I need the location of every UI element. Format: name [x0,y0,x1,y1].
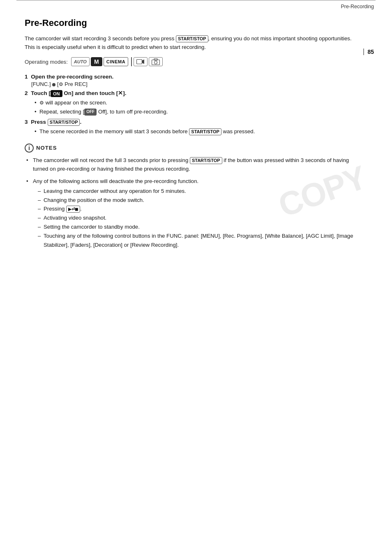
step-3-num: 3 [25,119,28,125]
mode-icon-video [134,57,148,66]
step-1-num: 1 [25,74,28,80]
step-2-bullet-1: ⚙ will appear on the screen. [35,98,356,107]
notes-list: The camcorder will not record the full 3… [26,156,356,250]
mode-auto: AUTO [71,57,90,66]
off-badge: OFF [84,109,97,116]
dash-item-3: Pressing ▶⏎◼. [38,204,356,213]
step-3-bullets: The scene recorded in the memory will st… [35,127,356,136]
step-1: 1 Open the pre-recording screen. [FUNC.]… [25,74,356,87]
notes-item-2: Any of the following actions will deacti… [26,177,356,249]
operating-modes-label: Operating modes: [25,59,68,65]
step-1-title: 1 Open the pre-recording screen. [25,74,356,80]
step-3: 3 Press START/STOP. The scene recorded i… [25,119,356,136]
steps-container: 1 Open the pre-recording screen. [FUNC.]… [25,74,356,136]
step-2-title: 2 Touch [ON On] and then touch [✕]. [25,90,356,97]
start-stop-badge-step3b: START/STOP [189,128,221,135]
svg-rect-0 [137,60,142,64]
notes-box: i NOTES The camcorder will not record th… [25,144,356,250]
page-title: Pre-Recording [25,18,356,28]
notes-label: NOTES [36,145,57,151]
svg-marker-1 [142,60,144,64]
dash-list: Leaving the camcorder without any operat… [38,187,356,249]
page-content: Pre-Recording The camcorder will start r… [0,9,374,271]
section-title: Pre-Recording [341,4,374,9]
dash-item-6: Touching any of the following control bu… [38,232,356,250]
svg-point-4 [154,61,157,64]
prerec-icon: ⚙ [59,81,63,87]
step-2-bullets: ⚙ will appear on the screen. Repeat, sel… [35,98,356,116]
start-stop-badge-step3: START/STOP [48,119,80,126]
step-2-bullet-2: Repeat, selecting [OFF Off], to turn off… [35,107,356,116]
dash-item-2: Changing the position of the mode switch… [38,196,356,205]
on-badge: ON [51,90,62,97]
step-1-subtitle: [FUNC.] [⚙ Pre REC] [25,81,356,87]
notes-header: i NOTES [25,144,356,153]
mode-separator [131,57,132,66]
step-2: 2 Touch [ON On] and then touch [✕]. ⚙ wi… [25,90,356,116]
mode-m: M [91,57,102,66]
step-1-text: Open the pre-recording screen. [31,74,113,80]
dash-item-1: Leaving the camcorder without any operat… [38,187,356,196]
start-stop-badge-note1: START/STOP [190,157,222,164]
section-header: Pre-Recording [0,0,392,9]
notes-item-1: The camcorder will not record the full 3… [26,156,356,174]
gear-icon: ⚙ [39,100,44,106]
x-symbol: ✕ [118,90,123,96]
dash-item-4: Activating video snapshot. [38,213,356,222]
step-2-num: 2 [25,90,28,96]
start-stop-badge-intro: START/STOP [176,35,208,42]
page-number: 85 [363,49,374,55]
dash-item-5: Setting the camcorder to standby mode. [38,222,356,232]
mode-icon-photo [149,57,163,66]
playback-badge: ▶⏎◼ [66,206,80,213]
arrow-icon-1 [52,83,55,86]
mode-cinema: CINEMA [104,57,128,66]
step-3-bullet-1: The scene recorded in the memory will st… [35,127,356,136]
info-icon: i [25,144,34,153]
step-3-title: 3 Press START/STOP. [25,119,356,126]
operating-modes-row: Operating modes: AUTO M CINEMA [25,57,356,66]
intro-paragraph: The camcorder will start recording 3 sec… [25,34,356,51]
